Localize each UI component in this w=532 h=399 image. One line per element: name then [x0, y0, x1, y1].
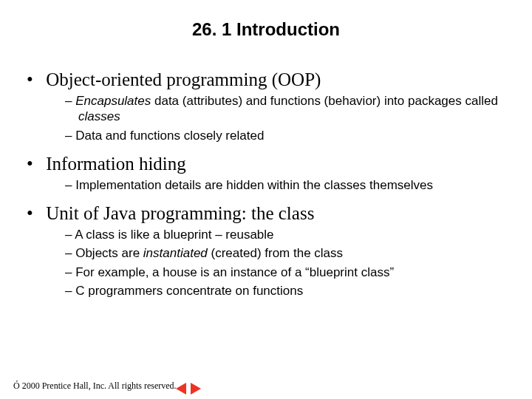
prev-arrow-icon[interactable]: [176, 383, 186, 395]
bullet-oop: Object-oriented programming (OOP) Encaps…: [30, 69, 511, 143]
unit-sub-2: Objects are instantiated (created) from …: [65, 245, 511, 261]
unit-sub-1: A class is like a blueprint – reusable: [65, 227, 511, 242]
bullet-info-text: Information hiding: [46, 154, 186, 174]
oop-sublist: Encapsulates data (attributes) and funct…: [30, 93, 511, 143]
unit-sub-2-pre: Objects are: [75, 246, 143, 260]
copyright-footer: Ó 2000 Prentice Hall, Inc. All rights re…: [13, 381, 177, 392]
bullet-list: Object-oriented programming (OOP) Encaps…: [21, 69, 511, 299]
bullet-unit: Unit of Java programming: the class A cl…: [30, 203, 511, 299]
unit-sub-2-ital: instantiated: [143, 246, 208, 260]
bullet-oop-text: Object-oriented programming (OOP): [46, 69, 321, 89]
next-arrow-icon[interactable]: [191, 383, 201, 395]
unit-sub-4: C programmers concentrate on functions: [65, 283, 511, 299]
bullet-info: Information hiding Implementation detail…: [30, 154, 511, 193]
info-sublist: Implementation details are hidden within…: [30, 177, 511, 193]
info-sub-1: Implementation details are hidden within…: [65, 177, 511, 193]
oop-sub-1-classes: classes: [78, 109, 120, 123]
slide: 26. 1 Introduction Object-oriented progr…: [0, 0, 532, 399]
unit-sublist: A class is like a blueprint – reusable O…: [30, 227, 511, 299]
oop-sub-1-emph: Encapsulates: [75, 94, 151, 108]
oop-sub-1: Encapsulates data (attributes) and funct…: [65, 93, 511, 125]
unit-sub-3: For example, a house is an instance of a…: [65, 265, 511, 280]
oop-sub-1-mid: data (attributes) and functions (behavio…: [151, 94, 498, 108]
bullet-unit-text: Unit of Java programming: the class: [46, 203, 314, 223]
oop-sub-2: Data and functions closely related: [65, 128, 511, 143]
slide-title: 26. 1 Introduction: [21, 19, 511, 40]
unit-sub-2-post: (created) from the class: [208, 246, 343, 260]
nav-arrows: [176, 383, 201, 395]
